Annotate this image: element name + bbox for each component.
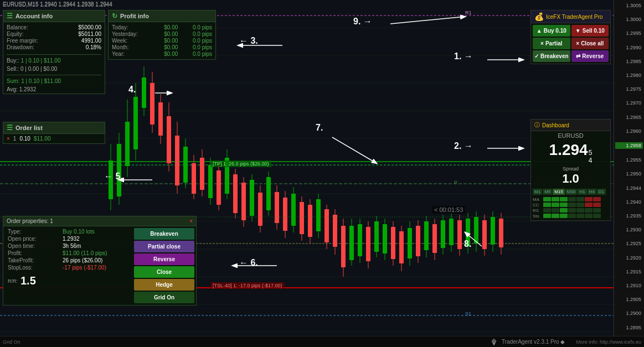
order-close-btn[interactable]: × (7, 136, 10, 142)
svg-rect-53 (241, 183, 246, 220)
reverse-button[interactable]: ⇄ Reverse (571, 50, 609, 62)
svg-rect-45 (208, 165, 213, 198)
buy-arrow-icon: ▲ (537, 28, 542, 34)
op-close-button[interactable]: Close (134, 266, 194, 278)
signal-cell (552, 214, 559, 218)
order-props-left: Type: Buy 0.10 lots Open price: 1.2932 O… (3, 226, 132, 273)
year-label: Year: (112, 51, 150, 57)
signal-cell (552, 197, 559, 201)
svg-rect-113 (491, 217, 495, 245)
svg-rect-57 (258, 193, 262, 226)
tf-d1[interactable]: D1 (597, 189, 606, 195)
profit-panel-header: ↻ Profit info (109, 11, 215, 22)
op-hedge-button[interactable]: Hedge (134, 279, 194, 291)
buy-value: 1 | 0.10 | $11.00 (21, 58, 61, 64)
svg-rect-33 (158, 102, 163, 136)
op-breakeven-button[interactable]: Breakeven (134, 228, 194, 240)
breakeven-button[interactable]: ✓ Breakeven (533, 50, 570, 62)
signal-cell (576, 203, 584, 207)
tf-m30[interactable]: M30 (565, 189, 578, 195)
price-top-decimal: 5 (589, 149, 593, 157)
open-price-value: 1.2932 (63, 236, 128, 242)
close-all-button[interactable]: × Close all (571, 38, 609, 49)
rr-value: 1.5 (20, 275, 36, 287)
signal-cell (543, 203, 551, 207)
svg-rect-83 (366, 227, 370, 261)
sell-label: Sell 0.10 (583, 28, 605, 34)
price-15: 1.2935 (615, 213, 643, 219)
sell-value: 0 | 0.00 | $0.00 (20, 66, 57, 72)
bottom-bar: Grid On TraderAgent v2.3.1 Pro ◆ More in… (0, 336, 644, 347)
tf-h4[interactable]: H4 (588, 189, 596, 195)
svg-rect-77 (341, 226, 346, 267)
svg-rect-61 (275, 192, 279, 223)
tf-m5[interactable]: M5 (543, 189, 552, 195)
op-partial-close-button[interactable]: Partial close (134, 241, 194, 252)
reverse-icon: ⇄ (576, 53, 580, 59)
props-grid: Type: Buy 0.10 lots Open price: 1.2932 O… (8, 229, 128, 271)
price-10: 1.2960 (615, 128, 643, 134)
signal-cell (560, 214, 568, 218)
order-props-close-btn[interactable]: × (189, 218, 193, 224)
reverse-label: Reverse (582, 53, 604, 59)
signal-cell (560, 208, 568, 213)
profit-header-label: Profit info (120, 13, 149, 19)
sell-button[interactable]: ▼ Sell 0.10 (571, 25, 609, 37)
signal-cell (543, 197, 551, 201)
svg-rect-87 (383, 224, 387, 253)
week-label: Week: (112, 38, 150, 44)
svg-rect-55 (250, 180, 254, 216)
type-value: Buy 0.10 lots (63, 229, 128, 235)
account-info-grid: Balance: $5000.00 Equity: $5011.00 Free … (3, 22, 105, 53)
dashboard-header: ⓘ Dashboard (531, 120, 610, 131)
open-price-label: Open price: (8, 236, 57, 242)
tf-m15[interactable]: M15 (553, 189, 565, 195)
buy-button[interactable]: ▲ Buy 0.10 (533, 25, 570, 37)
tf-h1[interactable]: H1 (578, 189, 586, 195)
tp-line-label: [TP] 1: 26.0 pips ($26.00) (210, 160, 271, 167)
balance-value: $5000.00 (60, 24, 101, 30)
avg-label: Avg: (7, 86, 18, 92)
order-props-header: Order properties: 1 × (3, 216, 196, 226)
drawdown-value: 0.18% (60, 44, 101, 50)
sell-arrow-icon: ▼ (575, 28, 581, 34)
svg-rect-115 (499, 219, 503, 247)
price-22: 1.2900 (615, 310, 643, 316)
signal-cell (585, 203, 593, 207)
partial-button[interactable]: × Partial (533, 38, 570, 49)
signal-cell (543, 214, 551, 218)
svg-rect-73 (324, 209, 329, 242)
op-reverse-button[interactable]: Reverse (134, 253, 194, 265)
price-8: 1.2970 (615, 100, 643, 106)
bag-icon: 💰 (534, 12, 544, 21)
svg-rect-91 (399, 231, 404, 263)
drawdown-label: Drawdown: (7, 44, 56, 50)
order-list-label: Order list (16, 125, 43, 131)
svg-rect-101 (441, 220, 445, 248)
account-icon: ☰ (7, 12, 13, 20)
profit-grid: Today: $0.00 0.0 pips Yesterday: $0.00 0… (109, 22, 215, 59)
week-pips: 0.0 pips (181, 38, 212, 44)
order-list-panel: ☰ Order list × 1 0.10 $11.00 (3, 122, 105, 144)
month-value: $0.00 (153, 44, 178, 50)
avg-value: 1.2932 (19, 86, 37, 92)
signal-cell (593, 203, 601, 207)
op-gridon-button[interactable]: Grid On (134, 292, 194, 303)
equity-label: Equity: (7, 31, 56, 37)
trader-agent-header: 💰 IceFX TraderAgent Pro (531, 11, 610, 23)
account-divider (7, 54, 101, 55)
account-header-label: Account info (16, 13, 53, 19)
signal-cell (552, 203, 559, 207)
svg-rect-105 (457, 220, 462, 249)
svg-rect-31 (150, 83, 154, 125)
order-list-header: ☰ Order list (3, 122, 105, 134)
icefx-logo-icon (490, 338, 498, 346)
profit-icon: ↻ (112, 12, 117, 20)
rr-section: R/R: 1.5 (3, 273, 132, 289)
dashboard-title: Dashboard (542, 122, 569, 128)
week-value: $0.00 (153, 38, 178, 44)
price-17: 1.2925 (615, 241, 643, 246)
month-pips: 0.0 pips (181, 44, 212, 50)
tf-m1[interactable]: M1 (533, 189, 542, 195)
dashboard-panel: ⓘ Dashboard EURUSD 1.294 5 4 Spread 1.0 … (530, 119, 611, 221)
